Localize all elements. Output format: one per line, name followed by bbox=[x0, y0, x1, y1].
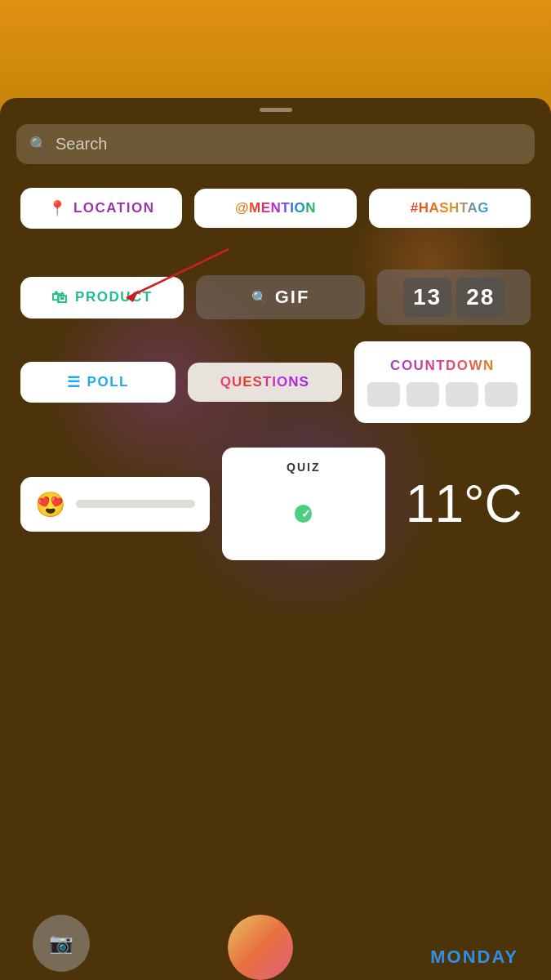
emoji-face: 😍 bbox=[35, 490, 66, 519]
search-bar[interactable]: 🔍 Search bbox=[16, 124, 535, 164]
quiz-title: QUIZ bbox=[287, 461, 320, 474]
sticker-hashtag[interactable]: #HASHTAG bbox=[369, 189, 531, 228]
bottom-sheet: 🔍 Search 📍 LOCATION @MENTION #HASHTAG bbox=[0, 98, 551, 980]
countdown-bar-1 bbox=[367, 382, 400, 407]
stickers-grid: 📍 LOCATION @MENTION #HASHTAG 🛍 PRODUCT bbox=[0, 172, 551, 593]
top-bar bbox=[0, 0, 551, 98]
sticker-poll[interactable]: ☰ POLL bbox=[20, 362, 176, 403]
countdown-bar-4 bbox=[485, 382, 518, 407]
search-placeholder: Search bbox=[56, 135, 107, 154]
countdown-bar-2 bbox=[407, 382, 439, 407]
sticker-questions[interactable]: QUESTIONS bbox=[188, 363, 343, 402]
arrow-container bbox=[20, 245, 531, 310]
pin-icon: 📍 bbox=[48, 199, 67, 217]
sticker-emoji-slider[interactable]: 😍 bbox=[20, 477, 210, 532]
bottom-row: 📷 MONDAY bbox=[0, 915, 551, 980]
svg-marker-1 bbox=[127, 290, 139, 302]
sticker-countdown[interactable]: COUNTDOWN bbox=[354, 341, 531, 423]
sticker-mention[interactable]: @MENTION bbox=[194, 189, 356, 228]
bottom-icon-left[interactable]: 📷 bbox=[33, 915, 90, 972]
hashtag-label: #HASHTAG bbox=[411, 200, 489, 216]
search-icon: 🔍 bbox=[29, 136, 47, 154]
questions-label: QUESTIONS bbox=[220, 374, 309, 390]
temperature-value: 11°C bbox=[406, 474, 522, 534]
sticker-row-3: ☰ POLL QUESTIONS COUNTDOWN bbox=[20, 341, 531, 423]
slider-track[interactable] bbox=[76, 500, 195, 508]
countdown-bar-3 bbox=[446, 382, 478, 407]
countdown-bars bbox=[367, 382, 518, 407]
drag-handle[interactable] bbox=[260, 108, 292, 112]
quiz-check-icon: ✓ bbox=[301, 507, 312, 520]
mention-label: @MENTION bbox=[235, 200, 316, 216]
red-arrow bbox=[102, 245, 233, 310]
quiz-bar-selected: ✓ bbox=[295, 505, 312, 523]
sticker-quiz[interactable]: QUIZ ✓ bbox=[222, 448, 384, 560]
camera-icon: 📷 bbox=[49, 932, 73, 955]
poll-label: POLL bbox=[87, 374, 129, 390]
sticker-temperature: 11°C bbox=[398, 474, 531, 534]
bars-icon: ☰ bbox=[67, 373, 81, 391]
sticker-row-4: 😍 QUIZ ✓ 11°C bbox=[20, 448, 531, 560]
bottom-label-right: MONDAY bbox=[430, 947, 518, 968]
sticker-location[interactable]: 📍 LOCATION bbox=[20, 188, 182, 229]
countdown-label: COUNTDOWN bbox=[390, 358, 495, 374]
svg-line-0 bbox=[127, 249, 229, 298]
location-label: LOCATION bbox=[73, 200, 155, 216]
sticker-row-1: 📍 LOCATION @MENTION #HASHTAG bbox=[20, 188, 531, 229]
bottom-icon-center[interactable] bbox=[228, 915, 293, 980]
